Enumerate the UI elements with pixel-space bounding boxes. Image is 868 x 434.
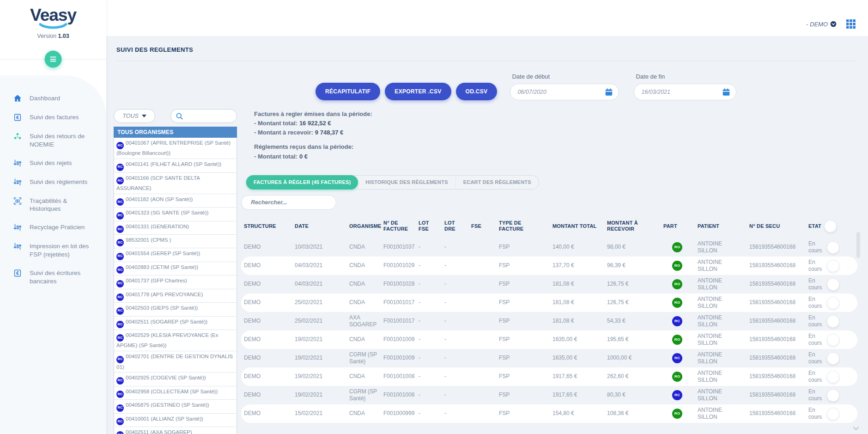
organism-list-item[interactable]: RC00401067 (APRIL ENTREPRISE (SP Santé) … (114, 138, 237, 159)
organism-list-item[interactable]: RC00402958 (COLLECTEAM (SP Santé)) (114, 386, 237, 400)
cell-part: RO (661, 259, 695, 273)
sidebar-item-suivi-factures[interactable]: € Suivi des factures (0, 108, 106, 127)
organism-list-item[interactable]: RC00402883 (CETIM (SP Santé)) (114, 262, 237, 275)
row-select-circle[interactable] (827, 241, 839, 254)
cell-recevoir: 96,39 € (604, 260, 661, 271)
cell-recevoir: 80,30 € (604, 390, 661, 401)
etat-text: En cours (808, 333, 825, 347)
organism-list-item[interactable]: RC00401778 (APS PREVOYANCE) (114, 289, 237, 303)
cell-lot-dre: - (442, 316, 468, 327)
row-select-circle[interactable] (827, 352, 839, 365)
cell-patient: ANTOINE SILLON (695, 275, 747, 293)
organism-list-item[interactable]: RC00401323 (SG SANTE (SP Santé)) (114, 208, 237, 221)
organism-list-item[interactable]: RC00402511 (SOGAREP (SP Santé)) (114, 317, 237, 330)
cell-structure: DEMO (241, 408, 292, 419)
cell-type: FSP (496, 334, 550, 345)
organism-list-item[interactable]: RC00401737 (GFP Chartres) (114, 275, 237, 289)
cell-secu: 158193554600168 (747, 408, 806, 419)
user-name: - DEMO (806, 21, 828, 28)
sidebar-item-tracabilites[interactable]: Traçabilités & Historiques (0, 192, 106, 219)
rc-badge: RC (116, 356, 124, 363)
part-badge: RC (672, 390, 682, 400)
cell-organisme: CNDA (346, 371, 381, 382)
rc-badge: RC (116, 307, 124, 315)
row-select-circle[interactable] (827, 408, 839, 420)
organism-list-item[interactable]: RC00402701 (DENTRE DE GESTION DYNALIS 01… (114, 351, 237, 373)
organism-list-item[interactable]: RC00401182 (AON (SP Santé)) (114, 194, 237, 208)
organism-list-item[interactable]: RC00410001 (ALLIANZ (SP Santé)) (114, 414, 237, 427)
payments-dollar-icon: $ (13, 177, 22, 187)
col-montant-recevoir: MONTANT À RECEVOIR (604, 217, 661, 236)
date-start-field: Date de début (510, 73, 619, 100)
row-select-circle[interactable] (827, 297, 839, 309)
tab-historique-reglements[interactable]: HISTORIQUE DES RÈGLEMENTS (358, 175, 455, 189)
etat-text: En cours (808, 388, 825, 403)
export-csv-button[interactable]: EXPORTER .CSV (385, 83, 451, 100)
sidebar-item-dashboard[interactable]: Dashboard (0, 89, 106, 108)
cell-facture: F001001017 (381, 316, 416, 327)
tabs-bar: FACTURES À RÉGLER (45 FACTURES) HISTORIQ… (246, 175, 539, 189)
cell-type: FSP (496, 297, 550, 308)
organism-list-item[interactable]: RC00401141 (FILHET ALLARD (SP Santé)) (114, 159, 237, 172)
organism-list-item[interactable]: RC00402925 (COGEVIE (SP Santé)) (114, 373, 237, 386)
date-start-input[interactable] (517, 89, 604, 95)
cell-fse (468, 393, 496, 397)
cell-facture: F001001009 (381, 334, 416, 345)
cell-etat: En cours (806, 405, 857, 423)
sidebar-item-impression-fsp[interactable]: $ Impression en lot des FSP (rejetées) (0, 237, 106, 264)
scroll-down-chevron-icon[interactable] (852, 425, 860, 432)
organism-list-item[interactable]: RC00401554 (GEREP (SP Santé)) (114, 248, 237, 262)
sidebar-item-suivi-reglements[interactable]: $ Suivi des règlements (0, 173, 106, 192)
calendar-icon[interactable] (722, 87, 731, 97)
rc-badge: RC (116, 418, 124, 425)
tab-factures-a-regler[interactable]: FACTURES À RÉGLER (45 FACTURES) (246, 175, 358, 189)
col-structure: STRUCTURE (241, 220, 292, 232)
organism-list-item[interactable]: RC00402503 (GIEPS (SP Santé)) (114, 303, 237, 316)
cell-total: 1635,00 € (550, 334, 604, 345)
sidebar-item-suivi-rejets[interactable]: $ Suivi des rejets (0, 154, 106, 173)
col-secu: N° DE SECU (747, 220, 806, 232)
organism-list-item[interactable]: RC00402529 (KLESIA PREVOYANCE (Ex APGME)… (114, 330, 237, 351)
user-menu[interactable]: - DEMO (806, 21, 837, 28)
cell-type: FSP (496, 408, 550, 419)
sidebar-item-ecritures-bancaires[interactable]: € Suivi des écritures bancaires (0, 264, 106, 291)
organism-list-item[interactable]: RC00401166 (SCP SANTE DELTA ASSURANCE) (114, 173, 237, 194)
svg-text:€: € (16, 115, 19, 120)
recapitulatif-button[interactable]: RÉCAPITULATIF (316, 83, 380, 100)
row-select-circle[interactable] (827, 371, 839, 383)
apps-grid-icon[interactable] (846, 19, 856, 29)
row-select-circle[interactable] (827, 334, 839, 346)
organism-list-item[interactable]: RC98532001 (CPMS ) (114, 235, 237, 248)
organisms-filter-dropdown[interactable]: TOUS (114, 109, 155, 123)
sidebar-item-retours-noemie[interactable]: Suivi des retours de NOEMIE (0, 127, 106, 154)
tab-ecart-reglements[interactable]: ECART DES RÈGLEMENTS (455, 175, 539, 189)
cell-structure: DEMO (241, 334, 292, 345)
cell-part: RC (661, 314, 695, 328)
cell-etat: En cours (806, 386, 857, 404)
organism-label: 00402511 (SOGAREP (SP Santé)) (126, 319, 207, 324)
cell-etat: En cours (806, 312, 857, 330)
od-csv-button[interactable]: OD.CSV (456, 83, 498, 100)
menu-toggle-button[interactable] (45, 51, 62, 68)
organism-list-item[interactable]: RC00402511 (AXA SOGAREP) (114, 427, 237, 434)
row-select-circle[interactable] (827, 315, 839, 328)
row-select-circle[interactable] (827, 278, 839, 291)
organisms-search-input[interactable] (186, 113, 223, 119)
select-all-circle[interactable] (824, 220, 837, 232)
calendar-icon[interactable] (604, 87, 613, 97)
part-badge: RC (672, 353, 682, 363)
row-select-circle[interactable] (827, 260, 839, 272)
organism-list-item[interactable]: RC00405875 (GESTINEO (SP Santé)) (114, 400, 237, 413)
cell-organisme: CGRM (SP Santé) (346, 349, 381, 367)
date-end-input[interactable] (641, 89, 722, 95)
etat-text: En cours (808, 277, 825, 292)
sidebar-item-recyclage[interactable]: $ Recyclage Praticien (0, 218, 106, 237)
etat-text: En cours (808, 296, 825, 310)
cell-etat: En cours (806, 238, 857, 257)
cell-lot-fse: - (416, 297, 442, 308)
vertical-scrollbar-thumb[interactable] (856, 232, 860, 258)
row-select-circle[interactable] (827, 389, 839, 402)
table-search-input[interactable] (251, 199, 332, 206)
cell-type: FSP (496, 316, 550, 327)
organism-list-item[interactable]: RC00401331 (GENERATION) (114, 221, 237, 235)
